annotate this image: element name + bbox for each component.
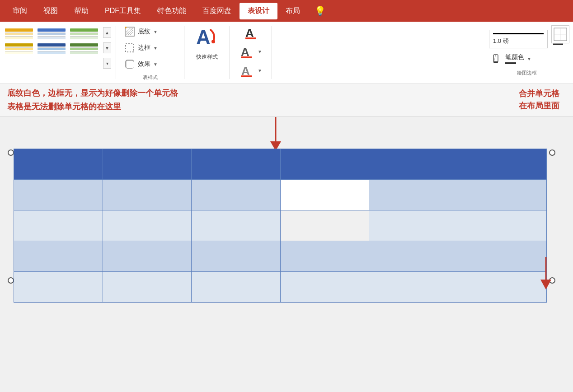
- cell-2-2[interactable]: [103, 180, 192, 210]
- table-row-5: [14, 272, 547, 303]
- svg-rect-10: [241, 56, 252, 58]
- font-color-A3-dropdown[interactable]: ▼: [256, 62, 263, 79]
- svg-rect-19: [493, 61, 498, 63]
- cell-3-5[interactable]: [369, 210, 458, 241]
- menu-pdf[interactable]: PDF工具集: [97, 3, 149, 19]
- cell-1-6[interactable]: [458, 149, 547, 180]
- menu-review[interactable]: 审阅: [5, 3, 35, 19]
- annotation-area: 底纹白色，边框无，显示为好像删除一个单元格 表格是无法删除单元格的在这里 合并单…: [0, 84, 573, 117]
- quick-styles-section: A 快速样式: [189, 24, 225, 61]
- menu-special[interactable]: 特色功能: [149, 3, 194, 19]
- shading-button[interactable]: 底纹 ▼: [121, 24, 179, 39]
- table-style-presets: ▲ ▼ ▾: [4, 24, 111, 69]
- cell-3-1[interactable]: [14, 210, 103, 241]
- cell-1-3[interactable]: [192, 149, 281, 180]
- table-styles-label: 表样式: [121, 74, 179, 81]
- cell-5-4[interactable]: [280, 272, 369, 303]
- pen-color-dropdown-icon[interactable]: ▼: [527, 56, 531, 61]
- cell-2-4[interactable]: [280, 180, 369, 210]
- style-green-1[interactable]: [69, 27, 99, 41]
- font-color-A2-button[interactable]: A: [238, 43, 254, 60]
- font-color-dropdown[interactable]: ▼: [256, 43, 263, 60]
- cell-4-4[interactable]: [280, 241, 369, 272]
- cell-2-1[interactable]: [14, 180, 103, 210]
- text-style-row-2: A ▼: [238, 43, 263, 60]
- border-indicator: [551, 25, 569, 43]
- svg-rect-4: [127, 61, 134, 68]
- table-row-1: [14, 149, 547, 180]
- menu-help[interactable]: 帮助: [66, 3, 97, 19]
- menu-bar: 审阅 视图 帮助 PDF工具集 特色功能 百度网盘 表设计 布局 💡: [0, 0, 573, 22]
- font-color-A-button[interactable]: A: [243, 24, 259, 41]
- cell-3-6[interactable]: [458, 210, 547, 241]
- cell-2-5[interactable]: [369, 180, 458, 210]
- svg-rect-8: [245, 37, 256, 39]
- cell-4-3[interactable]: [192, 241, 281, 272]
- table-row-4: [14, 241, 547, 272]
- draw-borders-label: 绘图边框: [489, 70, 565, 76]
- scroll-down-btn[interactable]: ▼: [103, 42, 111, 53]
- border-button[interactable]: 边框 ▼: [121, 41, 179, 55]
- effect-label: 效果: [138, 60, 150, 68]
- menu-table-design[interactable]: 表设计: [240, 3, 277, 19]
- format-section: 底纹 ▼ 边框 ▼ 效果 ▼ 表样式: [121, 24, 179, 81]
- scroll-up-btn[interactable]: ▲: [103, 27, 111, 38]
- cell-4-6[interactable]: [458, 241, 547, 272]
- shading-icon: [124, 26, 135, 37]
- svg-rect-2: [126, 44, 134, 52]
- cell-5-2[interactable]: [103, 272, 192, 303]
- cell-3-4[interactable]: [280, 210, 369, 241]
- svg-text:A: A: [196, 26, 211, 48]
- cell-1-4[interactable]: [280, 149, 369, 180]
- pen-width-value: 1.0 磅: [493, 37, 509, 45]
- scroll-expand-btn[interactable]: ▾: [103, 58, 111, 69]
- style-yellow-1[interactable]: [4, 27, 34, 41]
- annotation-line1: 底纹白色，边框无，显示为好像删除一个单元格: [7, 88, 566, 98]
- menu-layout[interactable]: 布局: [277, 3, 308, 19]
- ribbon: ▲ ▼ ▾ 底纹 ▼: [0, 22, 573, 84]
- main-content: [0, 117, 573, 392]
- menu-baidu[interactable]: 百度网盘: [194, 3, 240, 19]
- style-blue-2[interactable]: [36, 42, 67, 56]
- menu-view[interactable]: 视图: [35, 3, 66, 19]
- style-yellow-2[interactable]: [4, 42, 34, 56]
- effect-icon: [124, 59, 135, 70]
- cell-5-3[interactable]: [192, 272, 281, 303]
- shading-dropdown-icon[interactable]: ▼: [153, 29, 158, 34]
- border-dropdown-icon[interactable]: ▼: [153, 46, 158, 51]
- style-green-2[interactable]: [69, 42, 99, 56]
- cell-5-1[interactable]: [14, 272, 103, 303]
- text-style-row-3: A ▼: [238, 62, 263, 79]
- effect-button[interactable]: 效果 ▼: [121, 57, 179, 71]
- cell-3-2[interactable]: [103, 210, 192, 241]
- pen-color-bar: [505, 62, 516, 64]
- svg-point-1: [125, 27, 127, 28]
- divider-2: [184, 26, 184, 79]
- style-blue-1[interactable]: [36, 27, 67, 41]
- demo-table-wrapper: [14, 149, 559, 303]
- cell-1-2[interactable]: [103, 149, 192, 180]
- quick-styles-label: 快速样式: [196, 53, 218, 61]
- border-label: 边框: [138, 44, 150, 52]
- table-row-3: [14, 210, 547, 241]
- lightbulb-icon[interactable]: 💡: [308, 2, 332, 20]
- cell-2-6[interactable]: [458, 180, 547, 210]
- cell-4-5[interactable]: [369, 241, 458, 272]
- cell-3-3[interactable]: [192, 210, 281, 241]
- annotation-line2: 表格是无法删除单元格的在这里: [7, 101, 566, 112]
- cell-5-5[interactable]: [369, 272, 458, 303]
- cell-1-1[interactable]: [14, 149, 103, 180]
- cell-1-5[interactable]: [369, 149, 458, 180]
- quick-styles-button[interactable]: A: [193, 24, 221, 51]
- cell-4-1[interactable]: [14, 241, 103, 272]
- effect-dropdown-icon[interactable]: ▼: [153, 62, 158, 67]
- divider-3: [230, 26, 230, 79]
- cell-2-3[interactable]: [192, 180, 281, 210]
- handle-mid-left[interactable]: [8, 277, 14, 284]
- font-color-A3-button[interactable]: A: [238, 62, 254, 79]
- cell-4-2[interactable]: [103, 241, 192, 272]
- handle-top-left[interactable]: [8, 149, 14, 156]
- demo-table: [14, 149, 547, 303]
- cell-5-6[interactable]: [458, 272, 547, 303]
- pen-color-button[interactable]: 笔颜色 ▼: [489, 51, 565, 66]
